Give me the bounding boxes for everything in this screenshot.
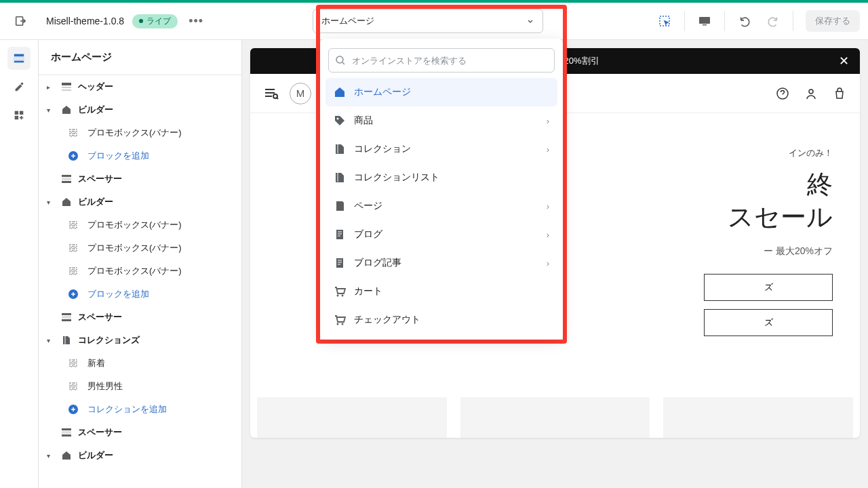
block-label: 男性男性 — [87, 380, 233, 392]
svg-rect-15 — [62, 175, 71, 177]
redo-button[interactable] — [760, 9, 786, 33]
close-icon[interactable]: ✕ — [839, 54, 849, 68]
add-label: ブロックを追加 — [87, 288, 233, 300]
section-builder[interactable]: ▾ ビルダー — [39, 98, 241, 121]
dropdown-item-label: コレクションリスト — [354, 171, 439, 184]
section-label: コレクションズ — [78, 334, 233, 346]
section-builder[interactable]: ▾ ビルダー — [39, 190, 241, 214]
rail-theme[interactable] — [7, 75, 31, 98]
section-label: ヘッダー — [78, 81, 233, 93]
desktop-view-button[interactable] — [692, 9, 717, 33]
dropdown-item-label: ホームページ — [354, 86, 411, 98]
svg-point-32 — [342, 295, 344, 297]
search-input[interactable] — [328, 48, 555, 73]
menu-search-icon[interactable] — [264, 87, 279, 100]
dropdown-item-5[interactable]: ブログ› — [326, 220, 557, 249]
spacer-icon — [60, 173, 73, 185]
dropdown-item-label: チェックアウト — [354, 314, 420, 326]
section-spacer[interactable]: スペーサー — [39, 167, 241, 190]
dropdown-item-3[interactable]: コレクションリスト — [326, 163, 557, 192]
section-header[interactable]: ▸ ヘッダー — [39, 75, 241, 98]
section-spacer[interactable]: スペーサー — [39, 306, 241, 329]
dropdown-item-7[interactable]: カート — [326, 277, 557, 306]
svg-rect-4 — [14, 54, 24, 57]
block-icon — [67, 219, 79, 231]
dropdown-item-8[interactable]: チェックアウト — [326, 306, 557, 334]
svg-rect-16 — [62, 181, 71, 183]
svg-rect-21 — [62, 316, 71, 319]
dropdown-item-2[interactable]: コレクション› — [326, 135, 557, 163]
search-icon — [335, 55, 346, 66]
dropdown-item-icon — [334, 86, 346, 98]
placeholder-card — [257, 397, 447, 438]
block-icon — [67, 127, 79, 139]
exit-button[interactable] — [8, 9, 33, 33]
svg-rect-17 — [62, 178, 71, 180]
block-new[interactable]: 新着 — [39, 352, 241, 375]
svg-point-30 — [337, 118, 339, 120]
rail-sections[interactable] — [7, 47, 31, 70]
section-label: ビルダー — [78, 104, 233, 116]
account-icon[interactable] — [804, 87, 818, 100]
svg-rect-19 — [62, 313, 71, 315]
dropdown-item-4[interactable]: ページ› — [326, 192, 557, 220]
dropdown-item-icon — [334, 285, 346, 298]
section-builder[interactable]: ▾ ビルダー — [39, 444, 241, 467]
dropdown-item-icon — [334, 257, 346, 269]
dropdown-search — [328, 48, 555, 73]
help-icon[interactable] — [776, 87, 789, 100]
dropdown-item-label: ブログ — [354, 228, 382, 241]
plus-icon — [67, 150, 79, 162]
page-dropdown-highlight: ホームページ商品›コレクション›コレクションリストページ›ブログ›ブログ記事›カ… — [316, 5, 567, 344]
block-promo[interactable]: プロモボックス(バナー) — [39, 214, 241, 237]
dropdown-item-1[interactable]: 商品› — [326, 106, 557, 135]
hero-button-2[interactable]: ズ — [704, 309, 833, 336]
sidebar-title: ホームページ — [39, 40, 241, 75]
page-dropdown-panel: ホームページ商品›コレクション›コレクションリストページ›ブログ›ブログ記事›カ… — [320, 39, 563, 340]
caret-icon: ▾ — [47, 106, 55, 114]
block-promo[interactable]: プロモボックス(バナー) — [39, 121, 241, 144]
logo[interactable]: M — [290, 83, 311, 104]
dropdown-item-label: ページ — [354, 200, 382, 212]
rail-apps[interactable] — [7, 104, 31, 127]
dropdown-item-icon — [334, 143, 346, 155]
block-promo[interactable]: プロモボックス(バナー) — [39, 237, 241, 260]
hero-button-1[interactable]: ズ — [704, 274, 833, 301]
home-icon — [60, 104, 73, 116]
section-collections[interactable]: ▾ コレクションズ — [39, 329, 241, 352]
theme-name: Misell-theme-1.0.8 — [46, 16, 124, 26]
svg-point-28 — [809, 89, 813, 94]
add-collection-button[interactable]: コレクションを追加 — [39, 398, 241, 421]
content-placeholders — [250, 397, 860, 438]
bag-icon[interactable] — [833, 87, 846, 100]
chevron-right-icon: › — [547, 144, 549, 155]
block-icon — [67, 265, 79, 277]
placeholder-card — [663, 397, 853, 438]
block-men[interactable]: 男性男性 — [39, 375, 241, 398]
dropdown-item-label: ブログ記事 — [354, 257, 401, 269]
dropdown-item-6[interactable]: ブログ記事› — [326, 249, 557, 277]
add-block-button[interactable]: ブロックを追加 — [39, 144, 241, 167]
svg-rect-24 — [62, 434, 71, 436]
dropdown-item-0[interactable]: ホームページ — [326, 78, 557, 106]
svg-point-31 — [337, 295, 339, 297]
add-block-button[interactable]: ブロックを追加 — [39, 283, 241, 306]
svg-rect-3 — [703, 24, 707, 26]
caret-icon: ▸ — [47, 83, 55, 91]
section-label: ビルダー — [78, 196, 233, 208]
more-button[interactable]: ••• — [189, 14, 203, 28]
chevron-right-icon: › — [547, 258, 549, 268]
add-label: ブロックを追加 — [87, 150, 233, 162]
inspector-button[interactable] — [652, 9, 677, 33]
dropdown-item-label: コレクション — [354, 143, 411, 155]
section-spacer[interactable]: スペーサー — [39, 421, 241, 444]
undo-button[interactable] — [732, 9, 757, 33]
block-promo[interactable]: プロモボックス(バナー) — [39, 260, 241, 283]
block-label: プロモボックス(バナー) — [87, 265, 233, 277]
svg-rect-20 — [62, 319, 71, 321]
block-label: プロモボックス(バナー) — [87, 242, 233, 254]
chevron-right-icon: › — [547, 116, 549, 126]
section-label: スペーサー — [78, 173, 233, 185]
save-button[interactable]: 保存する — [806, 10, 860, 32]
spacer-icon — [60, 311, 73, 323]
